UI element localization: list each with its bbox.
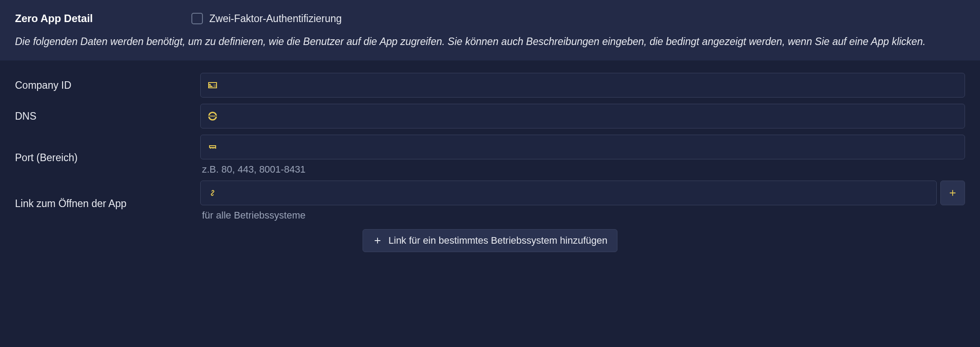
twofa-label: Zwei-Faktor-Authentifizierung — [209, 13, 341, 25]
label-company-id: Company ID — [15, 79, 200, 91]
input-wrap-open-link: für alle Betriebssysteme — [200, 181, 965, 226]
svg-text:DNS: DNS — [210, 115, 216, 117]
add-os-row: Link für ein bestimmtes Betriebssystem h… — [15, 229, 965, 252]
section-description: Die folgenden Daten werden benötigt, um … — [15, 34, 965, 49]
twofa-checkbox[interactable]: Zwei-Faktor-Authentifizierung — [191, 13, 341, 25]
open-link-input-box[interactable] — [200, 181, 937, 205]
plus-icon — [948, 188, 958, 198]
header-row: Zero App Detail Zwei-Faktor-Authentifizi… — [15, 12, 965, 25]
dns-input-box[interactable]: DNS — [200, 104, 965, 128]
header-panel: Zero App Detail Zwei-Faktor-Authentifizi… — [0, 0, 980, 60]
open-link-hint: für alle Betriebssysteme — [200, 210, 965, 221]
id-card-icon — [207, 79, 218, 91]
section-title: Zero App Detail — [15, 12, 93, 25]
label-open-link: Link zum Öffnen der App — [15, 198, 200, 210]
dns-globe-icon: DNS — [207, 110, 218, 122]
link-icon — [207, 187, 218, 199]
row-company-id: Company ID — [15, 73, 965, 98]
add-os-link-button[interactable]: Link für ein bestimmtes Betriebssystem h… — [363, 229, 617, 252]
ethernet-port-icon — [207, 141, 218, 153]
plus-icon — [373, 236, 382, 245]
open-link-input[interactable] — [223, 181, 930, 205]
add-link-button[interactable] — [940, 181, 965, 205]
row-port: Port (Bereich) z.B. 80, 443, 8001-8431 — [15, 135, 965, 181]
input-wrap-dns: DNS — [200, 104, 965, 128]
port-input-box[interactable] — [200, 135, 965, 159]
port-input[interactable] — [223, 135, 958, 159]
label-port: Port (Bereich) — [15, 152, 200, 164]
row-dns: DNS DNS — [15, 104, 965, 128]
add-os-link-label: Link für ein bestimmtes Betriebssystem h… — [389, 235, 607, 246]
input-wrap-port: z.B. 80, 443, 8001-8431 — [200, 135, 965, 181]
company-id-input[interactable] — [223, 73, 958, 97]
label-dns: DNS — [15, 110, 200, 122]
company-id-input-box[interactable] — [200, 73, 965, 98]
form-panel: Company ID DNS DNS — [0, 60, 980, 261]
row-open-link: Link zum Öffnen der App für alle Betrieb… — [15, 181, 965, 226]
checkbox-box-icon — [191, 13, 203, 24]
input-wrap-company-id — [200, 73, 965, 98]
port-hint: z.B. 80, 443, 8001-8431 — [200, 164, 965, 175]
dns-input[interactable] — [223, 104, 958, 128]
